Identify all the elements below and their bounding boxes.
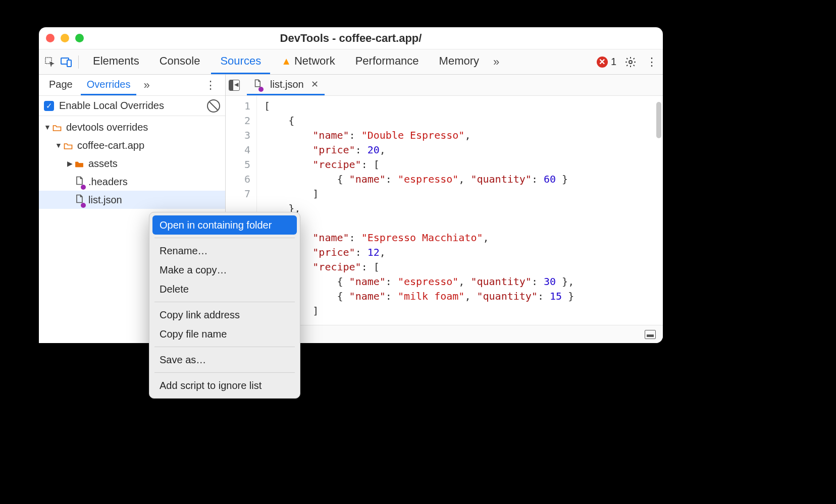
line-number: 3	[226, 128, 250, 143]
close-tab-icon[interactable]: ✕	[311, 79, 319, 90]
overrides-bar: ✓ Enable Local Overrides	[39, 96, 225, 116]
menu-open-containing-folder[interactable]: Open in containing folder	[152, 215, 297, 235]
toolbar-divider	[78, 55, 79, 69]
menu-separator	[154, 302, 295, 302]
device-toolbar-icon[interactable]	[59, 55, 73, 69]
menu-delete[interactable]: Delete	[152, 279, 297, 299]
menu-rename[interactable]: Rename…	[152, 241, 297, 260]
tab-sources[interactable]: Sources	[211, 50, 270, 74]
file-tree: ▼ devtools overrides ▼ coffee-cart.app	[39, 116, 225, 211]
tree-row-headers[interactable]: .headers	[39, 173, 225, 191]
scrollbar-thumb[interactable]	[656, 102, 661, 138]
error-count: 1	[611, 56, 616, 68]
folder-icon	[52, 123, 62, 131]
toolbar-right: ✕ 1 ⋮	[597, 55, 659, 69]
tree-label: coffee-cart.app	[77, 140, 144, 151]
modified-dot-icon	[81, 203, 86, 208]
tab-network[interactable]: ▲ Network	[272, 50, 344, 74]
line-number: 7	[226, 187, 250, 201]
clear-overrides-icon[interactable]	[207, 99, 220, 113]
tree-label: assets	[88, 158, 118, 170]
menu-make-copy[interactable]: Make a copy…	[152, 260, 297, 279]
modified-dot-icon	[258, 87, 264, 92]
code-area[interactable]: [ { "name": "Double Espresso", "price": …	[257, 96, 663, 325]
tree-label: list.json	[88, 194, 122, 206]
settings-icon[interactable]	[623, 55, 638, 69]
menu-copy-link[interactable]: Copy link address	[152, 305, 297, 324]
more-icon[interactable]: ⋮	[645, 55, 659, 69]
tab-network-label: Network	[294, 54, 335, 68]
svg-point-3	[629, 61, 632, 64]
navigator-subtabs: Page Overrides » ⋮	[39, 75, 225, 96]
tree-label: devtools overrides	[66, 122, 148, 133]
tab-elements[interactable]: Elements	[84, 50, 148, 74]
line-number: 6	[226, 172, 250, 187]
panel-body: Page Overrides » ⋮ ✓ Enable Local Overri…	[39, 75, 663, 343]
close-window-button[interactable]	[46, 34, 55, 42]
menu-copy-filename[interactable]: Copy file name	[152, 324, 297, 344]
line-number: 4	[226, 143, 250, 157]
traffic-lights	[46, 34, 84, 42]
folder-icon	[63, 141, 73, 149]
editor-tab-label: list.json	[270, 79, 304, 90]
editor-tab-list[interactable]: list.json ✕	[247, 75, 325, 95]
subtabs-overflow-icon[interactable]: »	[140, 79, 152, 92]
main-toolbar: Elements Console Sources ▲ Network Perfo…	[39, 49, 663, 75]
disclosure-icon: ▶	[65, 159, 74, 167]
menu-save-as[interactable]: Save as…	[152, 350, 297, 369]
error-badge[interactable]: ✕ 1	[597, 56, 616, 68]
line-number: 1	[226, 99, 250, 114]
tree-row-root[interactable]: ▼ devtools overrides	[39, 118, 225, 136]
context-menu: Open in containing folder Rename… Make a…	[149, 212, 300, 399]
file-icon	[253, 79, 262, 90]
line-number: 5	[226, 157, 250, 172]
tree-row-list[interactable]: list.json	[39, 191, 225, 209]
warning-icon: ▲	[281, 55, 291, 67]
subtab-page[interactable]: Page	[43, 75, 79, 95]
disclosure-icon: ▼	[54, 141, 63, 149]
folder-icon	[74, 159, 84, 167]
editor-tabs: list.json ✕	[226, 75, 663, 96]
menu-separator	[154, 347, 295, 347]
enable-overrides-label: Enable Local Overrides	[59, 100, 164, 111]
navigator-more-icon[interactable]: ⋮	[200, 79, 221, 92]
modified-dot-icon	[81, 185, 86, 190]
enable-overrides-checkbox[interactable]: ✓	[44, 101, 54, 111]
menu-separator	[154, 238, 295, 238]
toggle-navigator-icon[interactable]	[229, 80, 240, 91]
inspect-element-icon[interactable]	[43, 55, 57, 69]
disclosure-icon: ▼	[43, 123, 52, 131]
tab-memory[interactable]: Memory	[430, 50, 488, 74]
zoom-window-button[interactable]	[75, 34, 84, 42]
menu-separator	[154, 372, 295, 373]
error-icon: ✕	[597, 57, 608, 68]
minimize-window-button[interactable]	[61, 34, 69, 42]
subtab-overrides[interactable]: Overrides	[81, 75, 137, 95]
window-title: DevTools - coffee-cart.app/	[39, 32, 663, 45]
file-icon	[74, 176, 84, 188]
tabs-overflow-icon[interactable]: »	[490, 55, 502, 69]
menu-add-to-ignore[interactable]: Add script to ignore list	[152, 376, 297, 395]
tree-row-assets[interactable]: ▶ assets	[39, 154, 225, 173]
tree-row-site[interactable]: ▼ coffee-cart.app	[39, 136, 225, 154]
svg-rect-2	[67, 60, 71, 67]
tab-performance[interactable]: Performance	[346, 50, 428, 74]
devtools-window: DevTools - coffee-cart.app/ Elements Con…	[39, 27, 663, 343]
line-number: 2	[226, 114, 250, 128]
titlebar: DevTools - coffee-cart.app/	[39, 27, 663, 49]
show-drawer-icon[interactable]	[645, 330, 656, 339]
tab-console[interactable]: Console	[150, 50, 210, 74]
tree-label: .headers	[88, 176, 128, 188]
file-icon	[74, 194, 84, 206]
